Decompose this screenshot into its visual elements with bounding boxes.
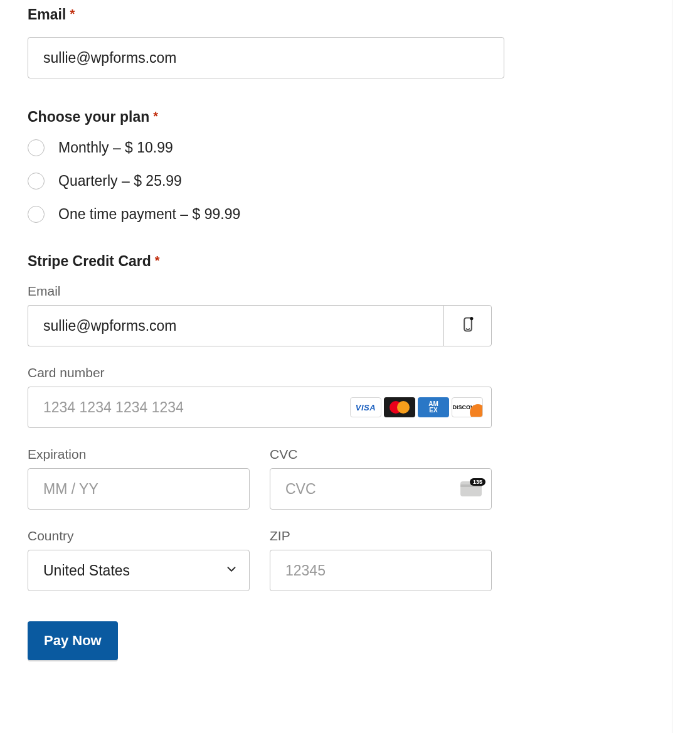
required-mark: * (70, 8, 75, 20)
cvc-col: CVC 135 (270, 447, 492, 510)
zip-col: ZIP (270, 528, 492, 591)
stripe-email-input[interactable] (28, 305, 443, 346)
country-zip-row: Country ZIP (28, 528, 492, 591)
plan-field-block: Choose your plan * Monthly – $ 10.99 Qua… (28, 109, 504, 223)
email-input[interactable] (28, 37, 504, 78)
zip-input[interactable] (270, 550, 492, 591)
stripe-section-label: Stripe Credit Card * (28, 253, 504, 270)
plan-option-label: Quarterly – $ 25.99 (58, 173, 182, 190)
plan-option-label: Monthly – $ 10.99 (58, 139, 173, 156)
stripe-email-label: Email (28, 284, 504, 299)
plan-label-text: Choose your plan (28, 109, 149, 126)
radio-icon (28, 139, 45, 156)
radio-icon (28, 206, 45, 223)
plan-option-monthly[interactable]: Monthly – $ 10.99 (28, 139, 504, 156)
radio-icon (28, 173, 45, 190)
mastercard-icon (384, 397, 415, 417)
amex-icon: AMEX (418, 397, 449, 417)
stripe-email-row: Email (28, 284, 504, 346)
plan-option-quarterly[interactable]: Quarterly – $ 25.99 (28, 173, 504, 190)
plan-option-onetime[interactable]: One time payment – $ 99.99 (28, 206, 504, 223)
expiration-label: Expiration (28, 447, 250, 462)
mobile-autofill-icon (459, 316, 477, 336)
autofill-button[interactable] (443, 305, 492, 346)
required-mark: * (155, 254, 160, 267)
card-number-wrap: VISA AMEX DISCOVER (28, 387, 492, 428)
stripe-section: Stripe Credit Card * Email (28, 253, 504, 591)
cvc-input[interactable] (270, 468, 492, 510)
cvc-label: CVC (270, 447, 492, 462)
card-brand-icons: VISA AMEX DISCOVER (350, 397, 483, 417)
stripe-section-label-text: Stripe Credit Card (28, 253, 151, 270)
email-field-block: Email * (28, 6, 504, 78)
expiration-col: Expiration (28, 447, 250, 510)
country-col: Country (28, 528, 250, 591)
svg-point-1 (470, 317, 473, 320)
email-label: Email * (28, 6, 504, 23)
cvc-hint-number: 135 (470, 478, 485, 486)
required-mark: * (153, 110, 158, 122)
discover-icon: DISCOVER (452, 397, 483, 417)
pay-now-button[interactable]: Pay Now (28, 621, 118, 660)
card-number-row: Card number VISA AMEX DISCOVER (28, 365, 504, 428)
visa-icon: VISA (350, 397, 381, 417)
stripe-email-wrap (28, 305, 492, 346)
exp-cvc-row: Expiration CVC 135 (28, 447, 492, 510)
country-select[interactable] (28, 550, 250, 591)
expiration-input[interactable] (28, 468, 250, 510)
plan-option-label: One time payment – $ 99.99 (58, 206, 240, 223)
plan-label: Choose your plan * (28, 109, 504, 126)
card-number-label: Card number (28, 365, 504, 380)
zip-label: ZIP (270, 528, 492, 543)
cvc-hint-icon: 135 (460, 481, 482, 496)
plan-radio-group: Monthly – $ 10.99 Quarterly – $ 25.99 On… (28, 139, 504, 223)
email-label-text: Email (28, 6, 66, 23)
country-label: Country (28, 528, 250, 543)
